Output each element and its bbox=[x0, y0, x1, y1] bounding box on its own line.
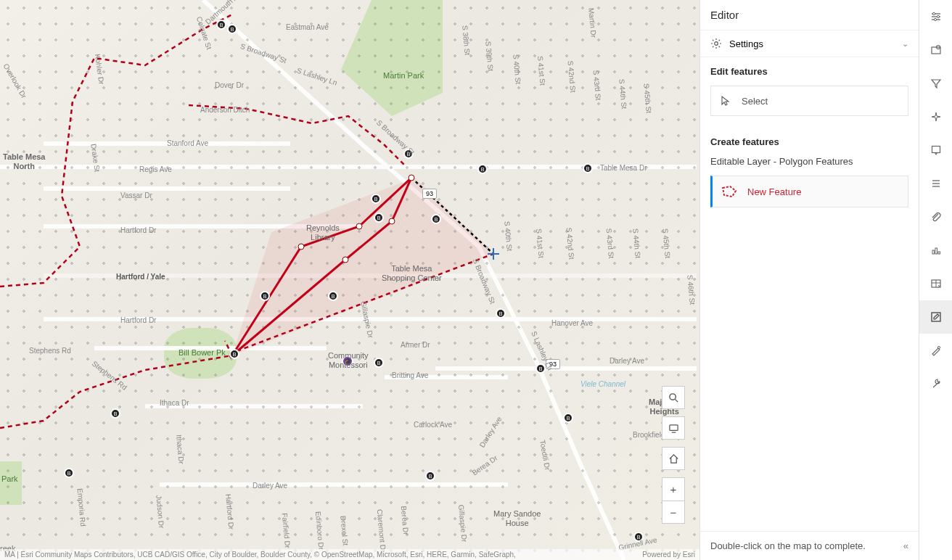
tool-bookmark[interactable] bbox=[919, 133, 952, 167]
bus-stop-icon: B bbox=[374, 358, 384, 368]
feature-template[interactable]: New Feature bbox=[710, 176, 908, 207]
street-label: Eastman Ave bbox=[286, 23, 329, 31]
polygon-vertex[interactable] bbox=[389, 218, 395, 225]
place-label: Table Mesa Shopping Center bbox=[382, 264, 442, 283]
bus-stop-icon: B bbox=[431, 214, 441, 224]
street-label: Hartford Dr bbox=[120, 316, 156, 324]
select-tool[interactable]: Select bbox=[710, 86, 908, 116]
bus-stop-icon: B bbox=[371, 194, 381, 204]
svg-point-10 bbox=[934, 18, 936, 20]
panel-title: Editor bbox=[700, 0, 919, 30]
park-label: Martin Park bbox=[383, 71, 424, 80]
settings-row[interactable]: Settings ⌄ bbox=[700, 30, 919, 57]
right-toolbar bbox=[919, 0, 952, 560]
search-icon bbox=[668, 392, 679, 403]
collapse-icon[interactable]: « bbox=[903, 540, 908, 551]
street-label: Armer Dr bbox=[401, 341, 430, 349]
place-label: Community Montessori bbox=[328, 351, 369, 370]
drawing-cursor bbox=[488, 248, 499, 260]
tool-edit[interactable] bbox=[919, 300, 952, 334]
tool-sparkle[interactable] bbox=[919, 100, 952, 133]
street-label: Hartford Dr bbox=[120, 226, 156, 234]
zoom-group: + − bbox=[662, 477, 685, 524]
street-label: Stanford Ave bbox=[167, 139, 208, 147]
svg-rect-13 bbox=[932, 147, 940, 153]
chart-icon bbox=[930, 244, 942, 256]
tool-extent[interactable] bbox=[919, 33, 952, 67]
polygon-icon bbox=[721, 185, 737, 198]
bus-stop-icon: B bbox=[496, 308, 506, 318]
polygon-vertex[interactable] bbox=[298, 244, 305, 250]
tool-sliders[interactable] bbox=[919, 0, 952, 33]
tool-list[interactable] bbox=[919, 167, 952, 200]
polygon-vertex[interactable] bbox=[356, 223, 363, 230]
chevron-down-icon: ⌄ bbox=[902, 39, 908, 49]
street-label: Hartford / Yale bbox=[116, 273, 165, 281]
gear-icon bbox=[710, 38, 722, 49]
popup-icon bbox=[930, 144, 942, 156]
street-label: Carlock Ave bbox=[414, 421, 452, 429]
street-label: Vassar Dr bbox=[120, 192, 152, 199]
zoom-out-button[interactable]: − bbox=[662, 501, 685, 524]
bus-stop-icon: B bbox=[583, 163, 593, 173]
svg-point-8 bbox=[932, 12, 935, 15]
svg-point-9 bbox=[937, 15, 939, 17]
tool-wrench-pencil[interactable] bbox=[919, 334, 952, 367]
map-attribution: MA | Esri Community Maps Contributors, U… bbox=[0, 549, 699, 560]
sliders-icon bbox=[930, 11, 942, 22]
svg-point-0 bbox=[669, 393, 675, 399]
minus-icon: − bbox=[670, 506, 677, 519]
svg-point-4 bbox=[715, 42, 718, 46]
bus-stop-icon: B bbox=[563, 413, 573, 423]
tool-chart[interactable] bbox=[919, 234, 952, 267]
tool-table[interactable] bbox=[919, 267, 952, 300]
basemap-button[interactable] bbox=[662, 416, 685, 440]
park-label: Park bbox=[1, 474, 18, 483]
map-controls: + − bbox=[662, 386, 685, 524]
park-label: Bill Bower Pk bbox=[178, 348, 226, 357]
bus-stop-icon: B bbox=[477, 164, 488, 174]
home-button[interactable] bbox=[662, 447, 685, 470]
bus-stop-icon: B bbox=[64, 468, 74, 478]
place-label: Mary Sandoe House bbox=[493, 509, 541, 528]
street-label: Hanover Ave bbox=[551, 319, 593, 327]
attribution-text: MA | Esri Community Maps Contributors, U… bbox=[4, 551, 516, 559]
bus-stop-icon: B bbox=[216, 20, 226, 30]
tool-config[interactable] bbox=[919, 367, 952, 400]
editor-panel: Editor Settings ⌄ Edit features Select C… bbox=[699, 0, 919, 560]
street-label: Darley Ave bbox=[610, 357, 644, 365]
street-label: Stephens Rd bbox=[29, 347, 71, 355]
home-icon bbox=[668, 453, 679, 464]
tool-attachments[interactable] bbox=[919, 200, 952, 234]
polygon-vertex[interactable] bbox=[342, 257, 349, 263]
wrench-icon bbox=[930, 378, 942, 390]
route-shield: 93 bbox=[422, 189, 437, 199]
settings-label: Settings bbox=[729, 38, 763, 49]
bus-stop-icon: B bbox=[260, 291, 270, 301]
street-label: Ithaca Dr bbox=[160, 399, 189, 407]
polygon-vertex[interactable] bbox=[409, 175, 415, 181]
bus-stop-icon: B bbox=[425, 471, 435, 481]
svg-rect-2 bbox=[669, 424, 677, 430]
street-label: Table Mesa Dr bbox=[600, 164, 647, 172]
water-label: Viele Channel bbox=[580, 380, 625, 388]
pencil-wrench-icon bbox=[930, 345, 942, 356]
powered-by: Powered by Esri bbox=[642, 551, 695, 559]
template-label: New Feature bbox=[747, 186, 801, 197]
bus-stop-icon: B bbox=[328, 291, 338, 301]
svg-rect-17 bbox=[932, 250, 935, 254]
select-label: Select bbox=[742, 96, 768, 107]
layer-name: Editable Layer - Polygon Features bbox=[700, 152, 919, 171]
zoom-in-button[interactable]: + bbox=[662, 477, 685, 501]
filter-icon bbox=[930, 78, 942, 89]
search-button[interactable] bbox=[662, 386, 685, 409]
svg-rect-18 bbox=[935, 248, 937, 254]
tool-filter[interactable] bbox=[919, 67, 952, 100]
paperclip-icon bbox=[930, 211, 942, 223]
edit-icon bbox=[930, 311, 942, 323]
sparkle-icon bbox=[930, 111, 942, 123]
bus-stop-icon: B bbox=[229, 349, 239, 359]
map-canvas[interactable]: B B B B B B B B B B B B B B B B B B B 🎓 … bbox=[0, 0, 699, 560]
bus-stop-icon: B bbox=[227, 24, 237, 34]
place-label: Reynolds Library bbox=[306, 223, 340, 242]
